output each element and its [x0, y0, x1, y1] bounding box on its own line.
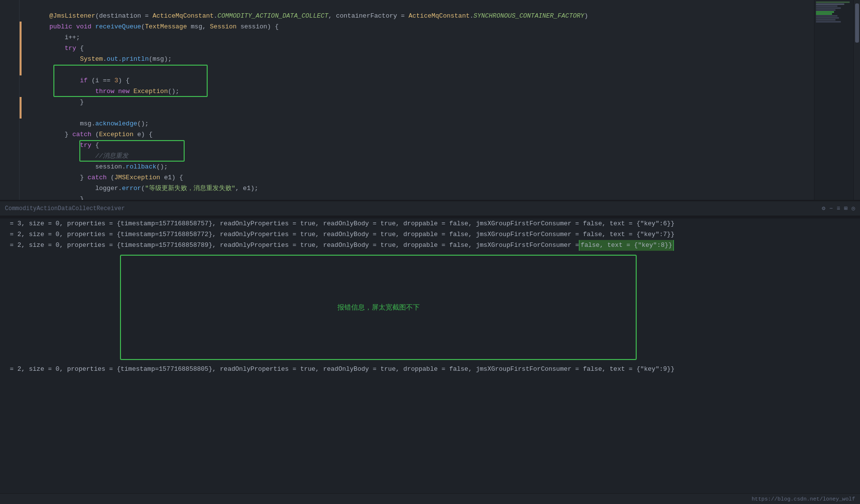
code-line-8: throw new Exception();	[26, 75, 814, 86]
minus-icon[interactable]: −	[829, 205, 833, 212]
gear-icon[interactable]: ⚙	[822, 205, 825, 212]
minimap	[814, 0, 853, 200]
scrollbar-thumb[interactable]	[855, 3, 859, 43]
status-bar: https://blog.csdn.net/loney_wolf	[0, 493, 860, 504]
line-numbers	[0, 0, 20, 200]
console-section: = 3, size = 0, properties = {timestamp=1…	[0, 218, 860, 503]
console-annotation-box: 报错信息，屏太宽截图不下	[120, 255, 637, 360]
console-line-1: = 3, size = 0, properties = {timestamp=1…	[0, 218, 860, 229]
console-line-4: = 2, size = 0, properties = {timestamp=1…	[0, 364, 860, 375]
vertical-scrollbar[interactable]	[853, 0, 860, 200]
code-line-14: //消息重发	[26, 140, 814, 151]
code-line-1: @JmsListener(destination = ActiceMqConst…	[26, 0, 814, 11]
editor-footer-left: CommodityActionDataCollectReceiver	[5, 205, 125, 212]
console-annotation-text: 报错信息，屏太宽截图不下	[337, 303, 420, 312]
code-content: @JmsListener(destination = ActiceMqConst…	[22, 0, 814, 200]
editor-footer-right: ⚙ − ≡ ⊞ ◎	[822, 205, 855, 212]
code-line-19: }	[26, 194, 814, 200]
code-line-10	[26, 97, 814, 108]
code-line-4: try {	[26, 32, 814, 43]
editor-footer: CommodityActionDataCollectReceiver ⚙ − ≡…	[0, 201, 860, 216]
search-icon[interactable]: ◎	[852, 205, 855, 212]
code-line-7: if (i == 3) {	[26, 65, 814, 75]
code-line-5: System.out.println(msg);	[26, 43, 814, 54]
code-editor: @JmsListener(destination = ActiceMqConst…	[0, 0, 860, 201]
highlight-text: false, text = {"key":8}}	[579, 240, 673, 251]
list-icon[interactable]: ≡	[836, 205, 840, 212]
console-line-2: = 2, size = 0, properties = {timestamp=1…	[0, 229, 860, 240]
status-url: https://blog.csdn.net/loney_wolf	[752, 496, 855, 502]
code-line-15: session.rollback();	[26, 151, 814, 162]
code-line-11: msg.acknowledge();	[26, 108, 814, 119]
console-line-3: = 2, size = 0, properties = {timestamp=1…	[0, 240, 860, 251]
grid-icon[interactable]: ⊞	[844, 205, 848, 212]
editor-filename: CommodityActionDataCollectReceiver	[5, 205, 125, 212]
